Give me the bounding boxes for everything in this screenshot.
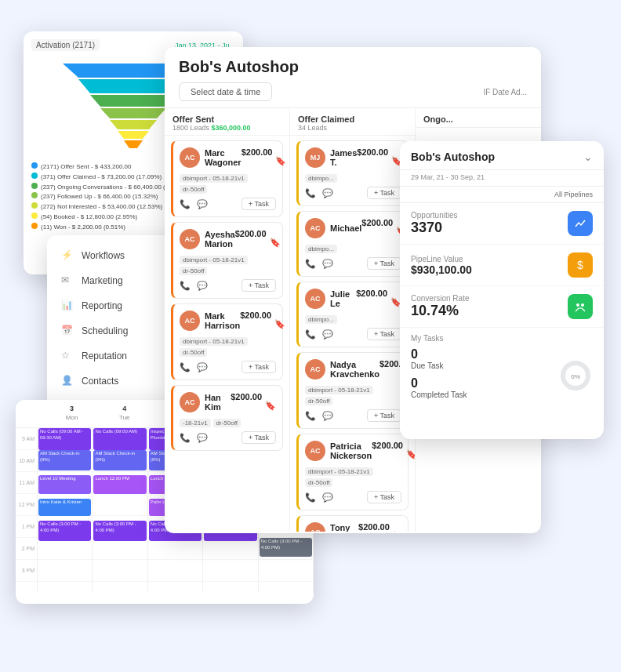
lead-tags: -18-21v1dr-50off (180, 419, 276, 427)
add-task-btn[interactable]: + Task (242, 279, 276, 292)
lead-top: AC Mark Harrison $200.00 (180, 311, 271, 334)
cal-event[interactable]: Lunch 12:00 PM (93, 475, 146, 494)
cal-event[interactable]: Level 10 Meeting (38, 475, 91, 494)
lead-card[interactable]: AC Nadya Kravchenko $200.00 🔖 dbimport -… (296, 352, 409, 429)
message-icon[interactable]: 💬 (322, 492, 333, 503)
add-task-btn[interactable]: + Task (367, 328, 401, 340)
lead-top: AC Nadya Kravchenko $200.00 (305, 359, 411, 383)
add-task-btn[interactable]: + Task (242, 431, 276, 444)
lead-avatar: AC (305, 522, 325, 532)
pipeline-date-btn[interactable]: Select date & time (179, 82, 272, 101)
svg-point-7 (576, 303, 579, 307)
nav-label: Reporting (82, 300, 122, 311)
phone-icon[interactable]: 📞 (180, 281, 191, 291)
lead-card[interactable]: AC Julie Le $200.00 🔖 dbimpo... 📞 💬 + Ta… (296, 282, 409, 347)
phone-icon[interactable]: 📞 (180, 433, 191, 443)
pipeline-icon-btn[interactable]: $ (568, 252, 593, 278)
phone-icon[interactable]: 📞 (180, 362, 191, 372)
lead-tag: dbimport - 05-18-21v1 (305, 386, 373, 394)
col-subtitle: 34 Leads (298, 124, 407, 132)
phone-icon[interactable]: 📞 (305, 259, 316, 269)
cal-event[interactable]: AM Slack Check-in (9%) (93, 450, 146, 470)
lead-card[interactable]: AC Tony McGee $200.00 🔖 dbimport - 05-18… (296, 515, 409, 532)
phone-icon[interactable]: 📞 (180, 199, 191, 209)
cal-event[interactable]: No Calls (3:00 PM - 4:00 PM) (38, 521, 91, 541)
lead-amount: $200.00 (231, 392, 262, 401)
dash-title: Bob's Autoshop (411, 151, 495, 163)
opportunities-icon-btn[interactable] (568, 211, 593, 236)
add-task-btn[interactable]: + Task (367, 491, 401, 503)
lead-avatar: AC (180, 147, 200, 168)
lead-card[interactable]: MJ James T. $200.00 🔖 dbimpo... 📞 💬 + Ta… (296, 140, 409, 206)
lead-card[interactable]: AC Marc Wagoner $200.00 🔖 dbimport - 05-… (171, 140, 283, 217)
lead-row: AC Mark Harrison (180, 311, 240, 331)
add-task-btn[interactable]: + Task (242, 198, 276, 210)
lead-action-icons: 📞 💬 (305, 411, 333, 421)
lead-card[interactable]: AC Han Kim $200.00 🔖 -18-21v1dr-50off 📞 … (171, 385, 283, 451)
message-icon[interactable]: 💬 (197, 281, 208, 291)
lead-info-row: AC Ayesha Marion $200.00 🔖 (180, 229, 276, 256)
bookmark-icon: 🔖 (393, 531, 404, 532)
col-title: Ongo... (423, 114, 533, 124)
nav-item-left: ✉ Marketing (61, 274, 123, 287)
message-icon[interactable]: 💬 (322, 188, 333, 198)
conversion-icon-btn[interactable] (568, 294, 593, 319)
cal-event[interactable]: AM Slack Check-in (9%) (38, 450, 91, 470)
phone-icon[interactable]: 📞 (305, 329, 316, 340)
cal-day-num: 4 (100, 405, 149, 412)
message-icon[interactable]: 💬 (197, 199, 208, 209)
lead-info-row: AC Marc Wagoner $200.00 🔖 (180, 147, 276, 174)
opportunities-label: Opportunities (411, 211, 457, 220)
dash-filter[interactable]: All Pipelines (400, 187, 604, 203)
lead-tags: dbimpo... (305, 174, 401, 183)
dash-chevron-icon[interactable]: ⌄ (583, 151, 593, 163)
lead-top: AC Ayesha Marion $200.00 (180, 229, 267, 252)
lead-action-icons: 📞 💬 (180, 362, 208, 372)
cal-event[interactable]: No Calls (09:00 AM - 09:30 AM) (38, 428, 91, 450)
svg-marker-3 (100, 108, 166, 118)
dash-date-range: 29 Mar, 21 - 30 Sep, 21 (400, 170, 604, 187)
lead-card[interactable]: AC Ayesha Marion $200.00 🔖 dbimport - 05… (171, 222, 283, 299)
cal-time-slot: 9 AM (16, 428, 37, 450)
nav-item-left: 👤 Contacts (61, 375, 118, 387)
lead-action-icons: 📞 💬 (180, 199, 208, 209)
cal-time-slot: 12 PM (16, 494, 37, 516)
message-icon[interactable]: 💬 (322, 329, 333, 340)
lead-tag: -18-21v1 (180, 419, 211, 427)
lead-tags: dbimport - 05-18-21v1dr-50off (305, 386, 401, 405)
completed-task-label: Completed Task (411, 390, 467, 399)
add-task-btn[interactable]: + Task (367, 187, 401, 199)
lead-tag: dbimpo... (305, 315, 337, 324)
message-icon[interactable]: 💬 (322, 259, 333, 269)
lead-card[interactable]: AC Michael $200.00 🔖 dbimpo... 📞 💬 + Tas… (296, 211, 409, 277)
cal-day-col: 3Mon (47, 405, 96, 423)
lead-action-icons: 📞 💬 (305, 329, 333, 340)
lead-avatar: AC (305, 218, 325, 238)
due-task-value: 0 (411, 347, 444, 361)
lead-row: AC Patricia Nickerson (305, 441, 372, 461)
cal-event[interactable]: No Calls (09:00 AM) (93, 428, 146, 450)
message-icon[interactable]: 💬 (197, 362, 208, 372)
lead-card[interactable]: AC Patricia Nickerson $200.00 🔖 dbimport… (296, 434, 409, 510)
lead-action-icons: 📞 💬 (305, 492, 333, 503)
cal-event[interactable]: No Calls (3:00 PM - 4:00 PM) (93, 521, 146, 541)
phone-icon[interactable]: 📞 (305, 188, 316, 198)
message-icon[interactable]: 💬 (322, 411, 333, 421)
lead-info-row: AC Han Kim $200.00 🔖 (180, 392, 276, 419)
cal-event[interactable]: No Calls (3:00 PM - 4:00 PM) (260, 538, 312, 557)
col-subtitle: 1800 Leads $360,000.00 (172, 124, 281, 132)
add-task-btn[interactable]: + Task (367, 257, 401, 270)
lead-row: AC Ayesha Marion (180, 229, 235, 249)
dash-header: Bob's Autoshop ⌄ (400, 141, 604, 170)
lead-card[interactable]: AC Mark Harrison $200.00 🔖 dbimport - 05… (171, 303, 283, 380)
add-task-btn[interactable]: + Task (367, 409, 401, 422)
phone-icon[interactable]: 📞 (305, 492, 316, 503)
bookmark-icon: 🔖 (270, 238, 281, 248)
svg-marker-4 (110, 120, 157, 129)
phone-icon[interactable]: 📞 (305, 411, 316, 421)
cal-event[interactable]: Intro Katie & Kristen (38, 499, 91, 516)
svg-text:0%: 0% (571, 373, 580, 380)
lead-tags: dbimpo... (305, 245, 401, 253)
message-icon[interactable]: 💬 (197, 433, 208, 443)
add-task-btn[interactable]: + Task (242, 361, 276, 373)
